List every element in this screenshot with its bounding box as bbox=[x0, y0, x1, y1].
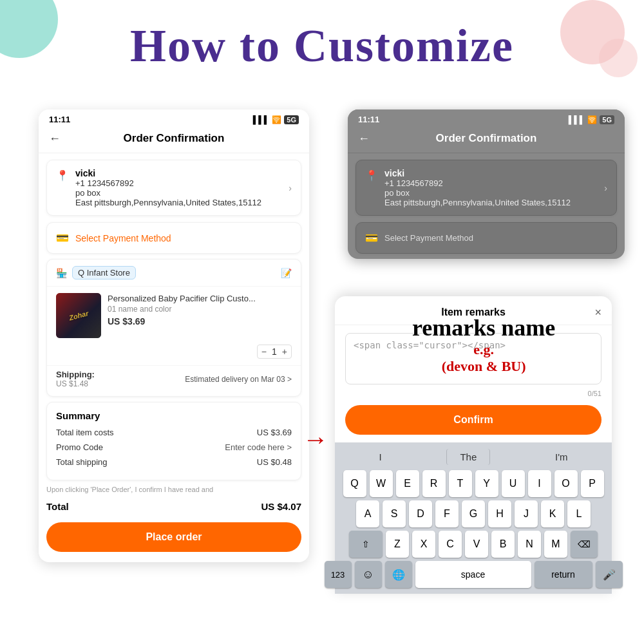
product-row-left: Zohar Personalized Baby Pacifier Clip Cu… bbox=[47, 287, 301, 345]
wifi-icon-right: 🛜 bbox=[587, 115, 597, 124]
product-variant-left: 01 name and color bbox=[108, 305, 292, 314]
summary-row-shipping: Total shipping US $0.48 bbox=[56, 457, 292, 467]
address-content-left: vicki +1 1234567892 po box East pittsbur… bbox=[75, 168, 282, 207]
qty-decrease-btn[interactable]: − bbox=[261, 346, 267, 357]
suggestion-i[interactable]: I bbox=[371, 449, 389, 465]
store-card-left: 🏪 Q Infant Store 📝 Zohar Personalized Ba… bbox=[46, 259, 301, 397]
shipping-price: US $1.48 bbox=[56, 379, 95, 388]
back-button-right[interactable]: ← bbox=[358, 132, 370, 146]
char-count: 0/51 bbox=[345, 390, 601, 397]
product-info-left: Personalized Baby Pacifier Clip Custo...… bbox=[108, 293, 292, 327]
5g-badge-right: 5G bbox=[600, 115, 614, 124]
keyboard: I The I'm Q W E R T Y U I O P A S D F G … bbox=[335, 442, 612, 594]
qty-number: 1 bbox=[272, 346, 277, 357]
numbers-key[interactable]: 123 bbox=[325, 561, 352, 588]
total-value: US $4.07 bbox=[261, 501, 301, 512]
total-shipping-label: Total shipping bbox=[56, 457, 108, 467]
remarks-annotation: remarks name e.g. (devon & BU) bbox=[412, 316, 555, 375]
address-location-right: East pittsburgh,Pennsylvania,United Stat… bbox=[384, 198, 598, 207]
key-d[interactable]: D bbox=[409, 500, 432, 527]
payment-text-left: Select Payment Method bbox=[75, 233, 171, 243]
key-f[interactable]: F bbox=[435, 500, 459, 527]
payment-card-right[interactable]: 💳 Select Payment Method bbox=[355, 222, 617, 254]
keyboard-row-4: 123 ☺ 🌐 space return 🎤 bbox=[337, 561, 609, 588]
space-key[interactable]: space bbox=[415, 561, 531, 588]
status-icons-left: ▌▌▌ 🛜 5G bbox=[253, 115, 299, 124]
key-x[interactable]: X bbox=[412, 531, 435, 558]
status-bar-left: 11:11 ▌▌▌ 🛜 5G bbox=[39, 109, 309, 127]
address-name-left: vicki bbox=[75, 168, 282, 178]
key-g[interactable]: G bbox=[462, 500, 485, 527]
shipping-label: Shipping: bbox=[56, 370, 95, 379]
payment-icon-right: 💳 bbox=[365, 232, 378, 244]
key-r[interactable]: R bbox=[422, 470, 446, 497]
product-price-left: US $3.69 bbox=[108, 316, 292, 327]
address-pobox-right: po box bbox=[384, 188, 598, 198]
qty-controls-left[interactable]: − 1 + bbox=[257, 345, 292, 359]
summary-row-promo[interactable]: Promo Code Enter code here > bbox=[56, 442, 292, 452]
key-e[interactable]: E bbox=[396, 470, 419, 497]
keyboard-row-2: A S D F G H J K L bbox=[337, 500, 609, 527]
qty-increase-btn[interactable]: + bbox=[282, 346, 287, 357]
place-order-button[interactable]: Place order bbox=[46, 522, 301, 552]
key-v[interactable]: V bbox=[465, 531, 488, 558]
key-b[interactable]: B bbox=[491, 531, 515, 558]
key-q[interactable]: Q bbox=[343, 470, 366, 497]
modal-close-button[interactable]: × bbox=[594, 306, 601, 319]
shift-key[interactable]: ⇧ bbox=[349, 531, 383, 558]
key-w[interactable]: W bbox=[370, 470, 393, 497]
key-m[interactable]: M bbox=[544, 531, 567, 558]
payment-card-left[interactable]: 💳 Select Payment Method bbox=[46, 222, 301, 254]
address-card-left[interactable]: 📍 vicki +1 1234567892 po box East pittsb… bbox=[46, 160, 301, 216]
address-card-right[interactable]: 📍 vicki +1 1234567892 po box East pittsb… bbox=[355, 160, 617, 216]
key-c[interactable]: C bbox=[439, 531, 462, 558]
key-i[interactable]: I bbox=[528, 470, 551, 497]
status-time-right: 11:11 bbox=[358, 115, 379, 124]
store-header-left: 🏪 Q Infant Store 📝 bbox=[47, 260, 301, 287]
address-chevron-left: › bbox=[289, 183, 292, 193]
key-p[interactable]: P bbox=[581, 470, 604, 497]
confirm-button[interactable]: Confirm bbox=[345, 405, 601, 435]
order-confirmation-header-left: ← Order Confirmation bbox=[39, 127, 309, 153]
emoji-key[interactable]: ☺ bbox=[355, 561, 382, 588]
status-bar-right: 11:11 ▌▌▌ 🛜 5G bbox=[348, 109, 625, 127]
red-arrow-indicator: ← bbox=[303, 425, 328, 454]
store-edit-icon[interactable]: 📝 bbox=[281, 268, 292, 278]
shipping-left: Shipping: US $1.48 bbox=[56, 370, 95, 388]
shipping-row-left: Shipping: US $1.48 Estimated delivery on… bbox=[47, 365, 301, 396]
globe-key[interactable]: 🌐 bbox=[385, 561, 412, 588]
key-t[interactable]: T bbox=[449, 470, 472, 497]
key-y[interactable]: Y bbox=[475, 470, 498, 497]
key-s[interactable]: S bbox=[383, 500, 406, 527]
keyboard-row-3: ⇧ Z X C V B N M ⌫ bbox=[337, 531, 609, 558]
shipping-delivery: Estimated delivery on Mar 03 > bbox=[185, 375, 292, 384]
key-n[interactable]: N bbox=[518, 531, 541, 558]
address-location-left: East pittsburgh,Pennsylvania,United Stat… bbox=[75, 198, 282, 207]
key-a[interactable]: A bbox=[356, 500, 379, 527]
key-u[interactable]: U bbox=[502, 470, 525, 497]
address-phone-left: +1 1234567892 bbox=[75, 178, 282, 188]
store-icon: 🏪 bbox=[56, 268, 67, 278]
address-phone-right: +1 1234567892 bbox=[384, 178, 598, 188]
return-key[interactable]: return bbox=[535, 561, 592, 588]
total-row-left: Total US $4.07 bbox=[39, 496, 309, 517]
summary-row-items: Total item costs US $3.69 bbox=[56, 428, 292, 437]
suggestion-the[interactable]: The bbox=[446, 449, 490, 465]
mic-key[interactable]: 🎤 bbox=[596, 561, 623, 588]
key-k[interactable]: K bbox=[541, 500, 564, 527]
summary-card-left: Summary Total item costs US $3.69 Promo … bbox=[46, 402, 301, 480]
key-o[interactable]: O bbox=[554, 470, 578, 497]
store-name-container: 🏪 Q Infant Store bbox=[56, 266, 136, 279]
delete-key[interactable]: ⌫ bbox=[571, 531, 598, 558]
key-j[interactable]: J bbox=[515, 500, 538, 527]
store-name-badge: Q Infant Store bbox=[72, 266, 136, 279]
disclaimer-text: Upon clicking 'Place Order', I confirm I… bbox=[46, 486, 301, 493]
status-time-left: 11:11 bbox=[49, 115, 70, 124]
product-title-left: Personalized Baby Pacifier Clip Custo... bbox=[108, 293, 292, 305]
suggestion-im[interactable]: I'm bbox=[547, 449, 576, 465]
key-z[interactable]: Z bbox=[386, 531, 409, 558]
key-l[interactable]: L bbox=[567, 500, 591, 527]
key-h[interactable]: H bbox=[488, 500, 511, 527]
location-icon-left: 📍 bbox=[56, 169, 69, 182]
back-button-left[interactable]: ← bbox=[49, 132, 61, 146]
